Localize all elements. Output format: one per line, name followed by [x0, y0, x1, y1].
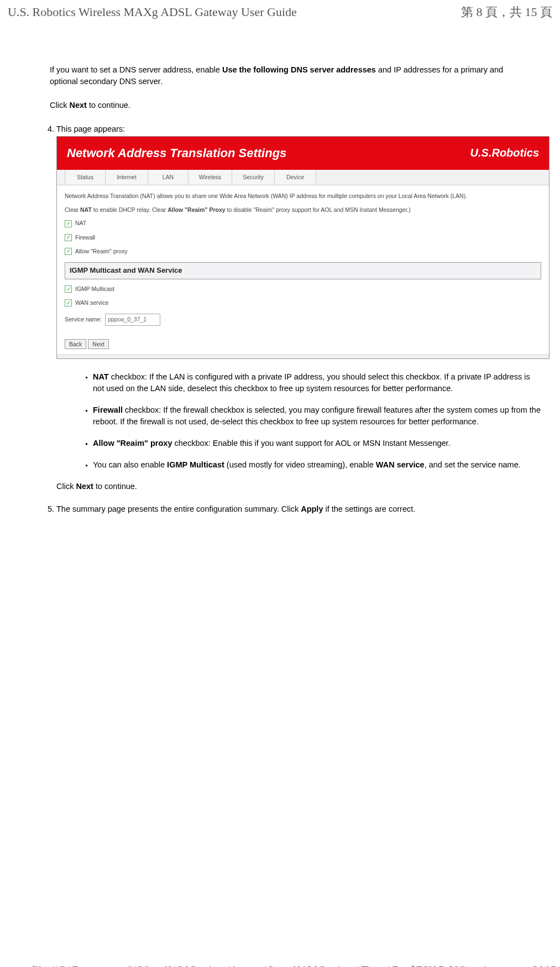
ss-d2c: to enable DHCP relay. Clear: [92, 206, 168, 213]
service-name-input[interactable]: pppoa_0_37_1: [105, 314, 160, 325]
bullet-reaim: Allow "Reaim" proxy checkbox: Enable thi…: [93, 438, 541, 449]
tab-security[interactable]: Security: [232, 170, 275, 185]
intro-dns-a: If you want to set a DNS server address,…: [50, 65, 222, 74]
ss-tabs: Status Internet LAN Wireless Security De…: [57, 170, 549, 185]
cn2a: Click: [56, 482, 76, 491]
tab-status[interactable]: Status: [65, 170, 106, 185]
bullet-firewall: Firewall checkbox: If the firewall check…: [93, 404, 541, 428]
b4c: (used mostly for video streaming), enabl…: [224, 460, 376, 469]
cb-igmp-label: IGMP Multicast: [75, 285, 114, 293]
next-button[interactable]: Next: [88, 339, 109, 349]
igmp-section-header: IGMP Multicast and WAN Service: [65, 262, 541, 279]
bullet-nat: NAT checkbox: If the LAN is configured w…: [93, 371, 541, 394]
tab-internet[interactable]: Internet: [106, 170, 148, 185]
nat-screenshot: Network Address Translation Settings U.S…: [56, 136, 549, 359]
intro-click-next: Click Next to continue.: [50, 100, 514, 111]
s5c: if the settings are correct.: [323, 505, 415, 513]
cb-reaim-label: Allow "Reaim" proxy: [75, 247, 127, 256]
cb-nat-label: NAT: [75, 219, 86, 227]
bullet-nat-term: NAT: [93, 372, 109, 381]
bullet-fw-term: Firewall: [93, 405, 123, 414]
b4a: You can also enable: [93, 460, 167, 469]
step-5: The summary page presents the entire con…: [56, 503, 537, 515]
page-indicator: 第 8 頁，共 15 頁: [461, 3, 552, 21]
tab-lan[interactable]: LAN: [148, 170, 189, 185]
b4e: , and set the service name.: [425, 460, 521, 469]
checkbox-reaim[interactable]: [65, 248, 72, 255]
click-next-2: Click Next to continue.: [56, 481, 537, 492]
cn2c: to continue.: [93, 482, 137, 491]
ss-desc2: Clear NAT to enable DHCP relay. Clear Al…: [65, 206, 541, 214]
service-name-label: Service name:: [65, 315, 102, 324]
doc-title: U.S. Robotics Wireless MAXg ADSL Gateway…: [8, 3, 297, 21]
intro-dns-b: Use the following DNS server addresses: [222, 65, 376, 74]
cn2b: Next: [76, 482, 93, 491]
checkbox-firewall[interactable]: [65, 234, 72, 241]
b4d: WAN service: [376, 460, 425, 469]
checkbox-wan[interactable]: [65, 299, 72, 306]
bullet-nat-text: checkbox: If the LAN is configured with …: [93, 372, 530, 393]
bullet-reaim-text: checkbox: Enable this if you want suppor…: [172, 439, 450, 448]
s5a: The summary page presents the entire con…: [56, 505, 301, 513]
ss-desc1: Network Address Translation (NAT) allows…: [65, 192, 541, 200]
ss-d2d: Allow "Reaim" Proxy: [168, 206, 226, 213]
checkbox-igmp[interactable]: [65, 285, 72, 293]
bullet-reaim-term: Allow "Reaim" proxy: [93, 439, 172, 448]
bullet-fw-text: checkbox: If the firewall checkbox is se…: [93, 405, 541, 426]
intro-dns: If you want to set a DNS server address,…: [50, 64, 514, 87]
footer-path: file://C:\Documents%20and%20Settings\ivo…: [31, 961, 503, 967]
s5b: Apply: [301, 505, 323, 513]
tab-device[interactable]: Device: [275, 170, 316, 185]
b4b: IGMP Multicast: [167, 460, 224, 469]
tab-wireless[interactable]: Wireless: [189, 170, 232, 185]
step-4: This page appears: Network Address Trans…: [56, 123, 537, 492]
intro-click-b: Next: [69, 101, 86, 110]
bullet-igmp: You can also enable IGMP Multicast (used…: [93, 459, 541, 471]
ss-brand: U.S.Robotics: [470, 145, 539, 161]
cb-firewall-label: Firewall: [75, 233, 95, 242]
ss-bottom-bar: [57, 355, 549, 358]
ss-d2e: to disable "Reaim" proxy support for AOL…: [226, 206, 411, 213]
ss-title-text: Network Address Translation Settings: [67, 144, 286, 162]
checkbox-nat[interactable]: [65, 220, 72, 227]
intro-click-a: Click: [50, 101, 69, 110]
ss-d2b: NAT: [80, 206, 92, 213]
footer-date: 2005/7/4: [532, 961, 560, 967]
ss-d2a: Clear: [65, 206, 80, 213]
cb-wan-label: WAN service: [75, 299, 108, 307]
back-button[interactable]: Back: [65, 339, 86, 349]
step4-lead: This page appears:: [56, 124, 125, 133]
intro-click-c: to continue.: [87, 101, 130, 110]
